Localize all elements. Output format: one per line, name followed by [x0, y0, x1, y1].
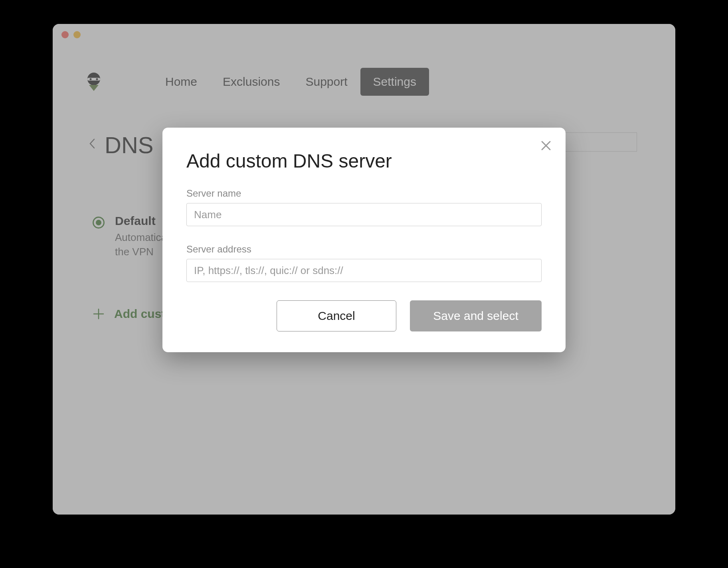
server-name-label: Server name	[186, 188, 542, 199]
close-icon[interactable]	[540, 140, 554, 153]
app-window: Home Exclusions Support Settings DNS Def…	[53, 24, 675, 515]
save-and-select-button[interactable]: Save and select	[410, 300, 542, 331]
cancel-button[interactable]: Cancel	[277, 300, 396, 331]
modal-title: Add custom DNS server	[186, 150, 542, 172]
modal-button-row: Cancel Save and select	[186, 300, 542, 331]
server-address-label: Server address	[186, 244, 542, 255]
server-address-input[interactable]	[186, 259, 542, 282]
server-name-input[interactable]	[186, 203, 542, 226]
add-dns-modal: Add custom DNS server Server name Server…	[162, 128, 566, 352]
